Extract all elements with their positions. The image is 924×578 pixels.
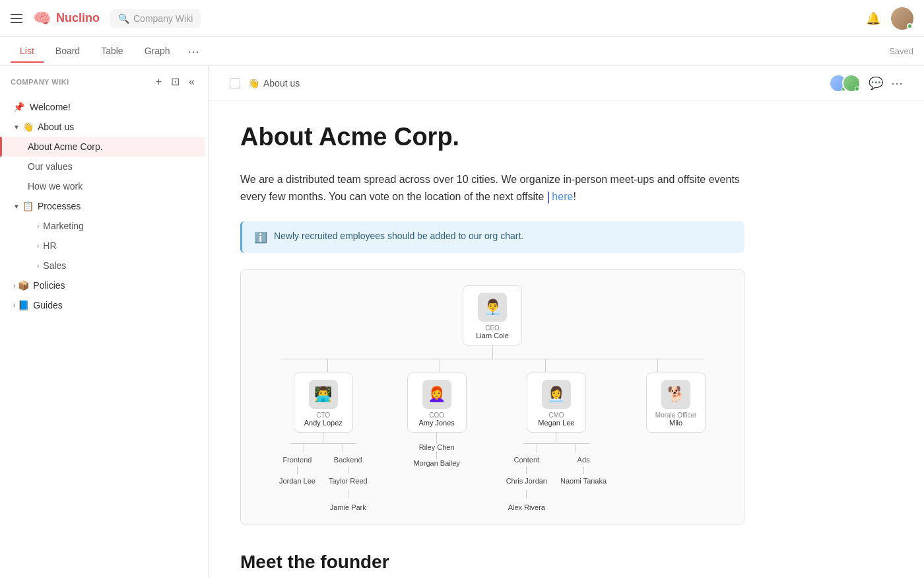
morale-name: Milo [669, 419, 682, 427]
frontend-node: Frontend Jordan Lee [279, 444, 315, 511]
sidebar-item-marketing[interactable]: › Marketing ☐ [3, 216, 205, 236]
hr-label: HR [43, 240, 187, 251]
info-message: Newly recruited employees should be adde… [274, 231, 523, 241]
ceo-name: Liam Cole [476, 332, 509, 340]
coo-name: Amy Jones [418, 419, 454, 427]
processes-label: Processes [38, 201, 187, 211]
l2-row: 👨‍💻 CTO Andy Lopez [279, 359, 706, 511]
tab-board[interactable]: Board [46, 40, 89, 63]
sidebar-item-sales[interactable]: › Sales ☐ [3, 256, 205, 275]
morale-role: Morale Officer [655, 412, 697, 419]
nav-right: 🔔 [866, 7, 913, 30]
morale-subtree: 🐕 Morale Officer Milo [646, 359, 706, 433]
ceo-avatar: 👨‍💼 [478, 293, 507, 322]
sidebar-expand-button[interactable]: ⊡ [168, 74, 182, 89]
here-link[interactable]: here [552, 191, 573, 202]
cto-name: Andy Lopez [304, 419, 343, 427]
page-title: About Acme Corp. [240, 122, 744, 153]
search-bar[interactable]: 🔍 Company Wiki [110, 9, 201, 28]
sidebar-item-about-acme[interactable]: About Acme Corp. ☐ [3, 137, 205, 157]
marketing-label: Marketing [43, 221, 187, 231]
sidebar-item-our-values[interactable]: Our values ☐ [3, 157, 205, 176]
content-body: About Acme Corp. We are a distributed te… [209, 101, 776, 578]
coo-avatar: 👩‍🦰 [422, 380, 451, 409]
collaborator-2-online [855, 87, 859, 91]
page-checkbox[interactable] [230, 78, 240, 89]
cmo-children: Content Chris Jordan Alex Rivera [506, 444, 607, 511]
comment-icon[interactable]: 💬 [869, 76, 883, 90]
how-we-work-label: How we work [28, 181, 187, 192]
ads-label: Ads [578, 456, 590, 464]
cmo-avatar: 👩‍💼 [542, 380, 571, 409]
sidebar-section-processes[interactable]: ▼ 📋 Processes ☐ [3, 196, 205, 216]
cmo-card[interactable]: 👩‍💼 CMO Megan Lee [527, 373, 586, 433]
processes-chevron: ▼ [13, 203, 20, 210]
about-acme-label: About Acme Corp. [13, 141, 187, 152]
user-avatar[interactable] [891, 7, 913, 30]
sidebar-section-guides[interactable]: › 📘 Guides ☐ [3, 295, 205, 315]
morgan-bailey: Morgan Bailey [413, 459, 459, 467]
more-options-icon[interactable]: ⋯ [891, 76, 903, 90]
morale-vline [657, 359, 658, 372]
main-layout: COMPANY WIKI + ⊡ « 📌 Welcome! ☐ ▼ 👋 Abou… [0, 66, 924, 578]
cto-subtree: 👨‍💻 CTO Andy Lopez [279, 359, 368, 511]
content-label: Content [514, 456, 540, 464]
ceo-card[interactable]: 👨‍💼 CEO Liam Cole [463, 285, 522, 345]
breadcrumb: 👋 About us [248, 78, 300, 89]
sidebar-item-hr[interactable]: › HR ☐ [3, 236, 205, 256]
tab-bar: List Board Table Graph ⋯ Saved [0, 37, 924, 66]
ceo-container: 👨‍💼 CEO Liam Cole [463, 285, 522, 359]
page-paragraph: We are a distributed team spread across … [240, 171, 744, 206]
section2-title: Meet the founder [240, 552, 744, 573]
cmo-name: Megan Lee [538, 419, 574, 427]
saved-status: Saved [889, 46, 913, 56]
l2-connector-area [251, 359, 733, 359]
our-values-label: Our values [28, 161, 187, 172]
cmo-hline [523, 443, 589, 444]
processes-icon: 📋 [22, 201, 34, 211]
tab-table[interactable]: Table [92, 40, 132, 63]
coo-vline [440, 359, 440, 372]
hr-chevron: › [37, 242, 39, 250]
app-name: Nuclino [56, 11, 100, 25]
collaborator-avatars [829, 74, 861, 92]
tab-list[interactable]: List [11, 40, 44, 63]
info-icon: ℹ️ [254, 231, 267, 244]
coo-card[interactable]: 👩‍🦰 COO Amy Jones [407, 373, 467, 433]
tab-graph[interactable]: Graph [135, 40, 180, 63]
breadcrumb-text: About us [263, 78, 300, 89]
sidebar-title: COMPANY WIKI [11, 78, 148, 86]
cto-card[interactable]: 👨‍💻 CTO Andy Lopez [294, 373, 353, 433]
tab-more-icon[interactable]: ⋯ [185, 42, 202, 61]
sidebar-collapse-button[interactable]: « [186, 75, 197, 89]
text-cursor [548, 192, 549, 203]
sidebar-item-welcome[interactable]: 📌 Welcome! ☐ [3, 97, 205, 117]
jordan-lee: Jordan Lee [279, 477, 315, 485]
content-children: Chris Jordan Alex Rivera [506, 477, 547, 511]
alex-rivera: Alex Rivera [508, 503, 545, 511]
sidebar-section-aboutus[interactable]: ▼ 👋 About us ☐ [3, 117, 205, 137]
search-icon: 🔍 [118, 13, 129, 24]
info-box: ℹ️ Newly recruited employees should be a… [240, 221, 744, 253]
policies-icon: 📦 [18, 280, 29, 291]
aboutus-icon: 👋 [22, 122, 34, 132]
coo-subtree: 👩‍🦰 COO Amy Jones Riley Chen Morgan Bail… [407, 359, 467, 467]
breadcrumb-emoji: 👋 [248, 78, 259, 89]
sales-label: Sales [43, 260, 187, 271]
frontend-label: Frontend [282, 456, 312, 464]
cto-avatar: 👨‍💻 [309, 380, 338, 409]
policies-chevron: › [13, 282, 15, 289]
coo-role: COO [429, 412, 444, 419]
sidebar-section-policies[interactable]: › 📦 Policies ☐ [3, 275, 205, 295]
sales-chevron: › [37, 262, 39, 270]
logo-icon: 🧠 [33, 10, 51, 27]
morale-card[interactable]: 🐕 Morale Officer Milo [646, 373, 706, 433]
content-node: Content Chris Jordan Alex Rivera [506, 444, 547, 511]
jamie-park: Jamie Park [330, 503, 366, 511]
welcome-icon: 📌 [13, 102, 24, 112]
logo[interactable]: 🧠 Nuclino [33, 10, 100, 27]
sidebar-add-button[interactable]: + [153, 75, 164, 89]
sidebar-item-how-we-work[interactable]: How we work ☐ [3, 176, 205, 196]
notifications-icon[interactable]: 🔔 [866, 11, 880, 26]
menu-icon[interactable] [11, 14, 22, 23]
